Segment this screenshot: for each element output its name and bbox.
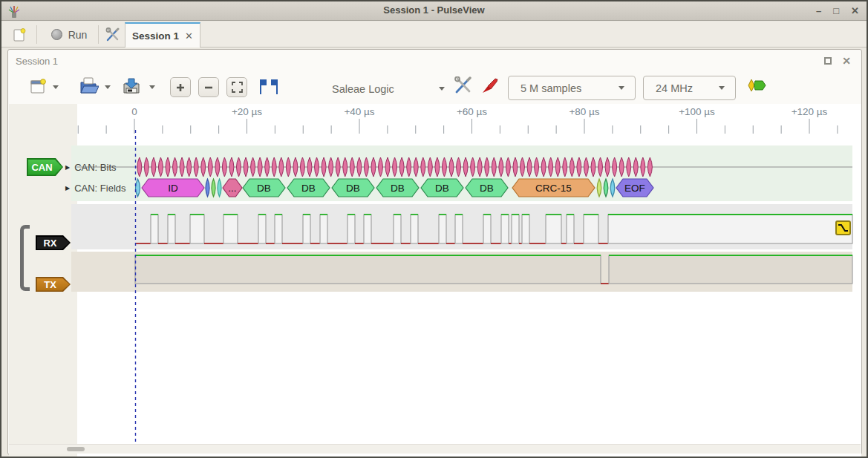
new-view-button[interactable] — [29, 78, 47, 96]
add-decoder-button[interactable] — [746, 79, 767, 92]
maximize-button[interactable]: □ — [833, 5, 839, 17]
new-session-button[interactable] — [7, 24, 31, 45]
sample-count-value: 5 M samples — [521, 82, 619, 94]
run-state-icon — [51, 29, 62, 40]
sample-rate-select[interactable]: 24 MHz — [643, 76, 736, 100]
tab-close-icon[interactable]: ✕ — [185, 30, 193, 42]
expand-arrow-icon[interactable]: ▶ — [65, 164, 70, 171]
row-label-text: CAN: Bits — [74, 162, 116, 173]
open-folder-icon — [78, 76, 99, 96]
channel-tag-label: RX — [43, 238, 62, 249]
zoom-in-button[interactable] — [170, 77, 191, 97]
decoder-row-bits[interactable]: ▶ CAN: Bits — [65, 162, 117, 173]
run-label: Run — [68, 29, 88, 41]
save-dropdown[interactable] — [149, 85, 155, 89]
trigger-marker-falling-edge[interactable] — [835, 220, 851, 235]
tab-label: Session 1 — [132, 30, 179, 42]
session-toolbar: Saleae Logic 5 M samples — [8, 72, 861, 105]
open-button[interactable] — [78, 76, 99, 96]
open-dropdown[interactable] — [105, 85, 111, 89]
new-view-icon — [29, 78, 47, 96]
channel-group-bracket — [20, 225, 30, 291]
trace-viewport[interactable] — [77, 104, 861, 458]
horizontal-scrollbar[interactable] — [9, 444, 861, 454]
zoom-out-button[interactable] — [198, 77, 219, 97]
window-title: Session 1 - PulseView — [1, 4, 867, 16]
sample-rate-value: 24 MHz — [656, 82, 719, 94]
configure-channels-button[interactable] — [480, 76, 500, 94]
device-select[interactable]: Saleae Logic — [332, 76, 451, 101]
configure-device-button[interactable] — [454, 76, 473, 94]
zoom-out-icon — [203, 82, 214, 93]
tab-session-1[interactable]: Session 1 ✕ — [125, 22, 200, 48]
decoder-tag-can[interactable]: CAN — [27, 158, 63, 176]
tools-icon — [105, 27, 120, 42]
channel-tag-rx[interactable]: RX — [36, 235, 71, 250]
device-label: Saleae Logic — [332, 83, 394, 95]
cursors-flags-icon — [256, 78, 281, 96]
main-toolbar: Run Session 1 ✕ — [1, 22, 867, 48]
decoder-tag-label: CAN — [31, 162, 58, 173]
show-cursors-button[interactable] — [256, 78, 281, 96]
expand-arrow-icon[interactable]: ▶ — [65, 185, 70, 192]
scrollbar-handle[interactable] — [67, 447, 85, 451]
sample-count-select[interactable]: 5 M samples — [508, 76, 636, 100]
zoom-in-icon — [175, 82, 186, 93]
decoder-row-fields[interactable]: ▶ CAN: Fields — [65, 183, 126, 194]
new-view-dropdown[interactable] — [53, 85, 59, 89]
dock-float-button[interactable] — [824, 57, 832, 65]
close-button[interactable]: ✕ — [851, 5, 859, 17]
zoom-fit-button[interactable] — [226, 77, 247, 97]
row-label-text: CAN: Fields — [74, 183, 125, 194]
minimize-button[interactable]: – — [816, 5, 821, 17]
title-bar: Session 1 - PulseView – □ ✕ — [1, 1, 867, 21]
dock-title: Session 1 — [16, 56, 58, 67]
dock-close-button[interactable]: ✕ — [842, 55, 851, 67]
run-button[interactable]: Run — [43, 24, 95, 45]
save-icon — [121, 76, 142, 96]
save-button[interactable] — [121, 76, 142, 96]
channel-tag-tx[interactable]: TX — [36, 277, 71, 292]
channel-tag-label: TX — [44, 279, 62, 290]
new-document-icon — [13, 27, 26, 42]
zoom-fit-icon — [232, 82, 243, 93]
configure-tools-icon — [454, 76, 473, 94]
pulseview-window: Session 1 - PulseView – □ ✕ Run — [0, 0, 868, 458]
probe-icon — [480, 76, 500, 94]
decoder-icon — [746, 79, 767, 92]
session-dock: Session 1 ✕ — [7, 49, 862, 455]
falling-edge-icon — [838, 223, 849, 232]
settings-button[interactable] — [101, 24, 125, 45]
